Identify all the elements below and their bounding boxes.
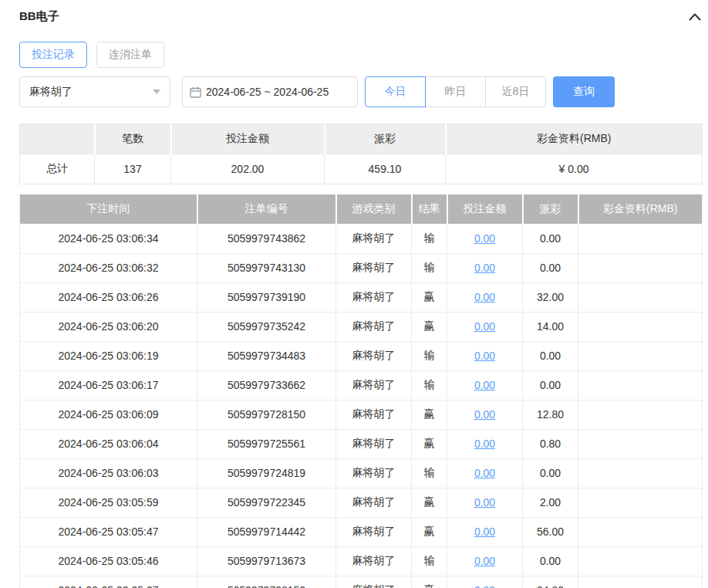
- payout-cell: 0.00: [523, 253, 578, 282]
- result-cell: 输: [412, 370, 447, 400]
- records-header-cell: 注单编号: [197, 194, 336, 224]
- bet-amount-link[interactable]: 0.00: [474, 496, 495, 509]
- last-8-days-button[interactable]: 近8日: [485, 76, 546, 107]
- bet-time-cell: 2024-06-25 03:05:47: [20, 517, 197, 546]
- game-select-value: 麻将胡了: [29, 85, 72, 99]
- game-type-cell: 麻将胡了: [336, 458, 412, 488]
- jackpot-cell: [578, 370, 703, 400]
- payout-cell: 0.80: [523, 429, 578, 458]
- jackpot-cell: [578, 341, 703, 370]
- jackpot-cell: [578, 576, 703, 588]
- bet-time-cell: 2024-06-25 03:05:46: [20, 546, 197, 576]
- bet-amount-link[interactable]: 0.00: [474, 350, 495, 362]
- bet-time-cell: 2024-06-25 03:06:19: [20, 341, 197, 370]
- bet-time-cell: 2024-06-25 03:06:34: [20, 224, 197, 253]
- game-type-cell: 麻将胡了: [336, 488, 412, 517]
- summary-payout: 459.10: [325, 154, 446, 184]
- result-cell: 赢: [412, 488, 447, 517]
- summary-header-cell: 投注金额: [171, 124, 325, 154]
- bet-amount-link[interactable]: 0.00: [474, 291, 495, 303]
- table-row: 2024-06-25 03:06:195059979734483麻将胡了输0.0…: [20, 341, 703, 370]
- bet-amount-cell: 0.00: [447, 312, 523, 341]
- payout-cell: 0.00: [523, 370, 578, 400]
- bet-amount-link[interactable]: 0.00: [474, 379, 495, 391]
- tab-bet-records[interactable]: 投注记录: [19, 42, 87, 68]
- game-type-cell: 麻将胡了: [336, 341, 412, 370]
- yesterday-button[interactable]: 昨日: [425, 76, 486, 107]
- bet-time-cell: 2024-06-25 03:06:03: [20, 458, 197, 488]
- bet-amount-link[interactable]: 0.00: [474, 262, 495, 274]
- jackpot-cell: [578, 400, 703, 429]
- result-cell: 赢: [412, 429, 447, 458]
- bet-time-cell: 2024-06-25 03:05:37: [20, 576, 197, 588]
- game-type-cell: 麻将胡了: [336, 400, 412, 429]
- summary-table: 笔数投注金额派彩彩金资料(RMB) 总计 137 202.00 459.10 ¥…: [19, 123, 703, 184]
- bet-amount-link[interactable]: 0.00: [474, 438, 495, 450]
- payout-cell: 0.00: [523, 458, 578, 488]
- records-body: 2024-06-25 03:06:345059979743862麻将胡了输0.0…: [20, 224, 703, 588]
- table-row: 2024-06-25 03:05:475059979714442麻将胡了赢0.0…: [20, 517, 703, 546]
- result-cell: 输: [412, 253, 447, 282]
- summary-jackpot: ¥ 0.00: [446, 154, 703, 184]
- game-type-cell: 麻将胡了: [336, 576, 412, 588]
- summary-total-row: 总计 137 202.00 459.10 ¥ 0.00: [20, 154, 703, 184]
- date-range-input[interactable]: 2024-06-25 ~ 2024-06-25: [182, 76, 358, 107]
- payout-cell: 34.80: [523, 576, 578, 588]
- game-type-cell: 麻将胡了: [336, 517, 412, 546]
- order-no-cell: 5059979743130: [197, 253, 336, 282]
- bet-amount-cell: 0.00: [447, 341, 523, 370]
- table-row: 2024-06-25 03:06:205059979735242麻将胡了赢0.0…: [20, 312, 703, 341]
- calendar-icon: [190, 86, 201, 98]
- records-header-cell: 彩金资料(RMB): [578, 194, 703, 224]
- jackpot-cell: [578, 224, 703, 253]
- collapse-toggle[interactable]: [687, 11, 703, 22]
- summary-header-cell: 笔数: [95, 124, 171, 154]
- today-button[interactable]: 今日: [365, 76, 426, 107]
- bet-amount-link[interactable]: 0.00: [474, 320, 495, 333]
- summary-count: 137: [95, 154, 171, 184]
- bet-amount-cell: 0.00: [447, 253, 523, 282]
- game-type-cell: 麻将胡了: [336, 370, 412, 400]
- jackpot-cell: [578, 282, 703, 312]
- table-row: 2024-06-25 03:06:045059979725561麻将胡了赢0.0…: [20, 429, 703, 458]
- game-type-cell: 麻将胡了: [336, 282, 412, 312]
- game-type-cell: 麻将胡了: [336, 253, 412, 282]
- game-type-cell: 麻将胡了: [336, 312, 412, 341]
- table-row: 2024-06-25 03:06:265059979739190麻将胡了赢0.0…: [20, 282, 703, 312]
- payout-cell: 0.00: [523, 224, 578, 253]
- summary-header-cell: [20, 124, 95, 154]
- jackpot-cell: [578, 429, 703, 458]
- bet-amount-link[interactable]: 0.00: [474, 525, 495, 538]
- search-button[interactable]: 查询: [553, 76, 615, 107]
- order-no-cell: 5059979734483: [197, 341, 336, 370]
- table-row: 2024-06-25 03:05:375059979708153麻将胡了赢0.0…: [20, 576, 703, 588]
- bet-amount-link[interactable]: 0.00: [474, 555, 495, 567]
- result-cell: 输: [412, 546, 447, 576]
- bet-amount-cell: 0.00: [447, 429, 523, 458]
- summary-bet-amount: 202.00: [171, 154, 325, 184]
- payout-cell: 32.00: [523, 282, 578, 312]
- table-row: 2024-06-25 03:06:325059979743130麻将胡了输0.0…: [20, 253, 703, 282]
- page-title: BB电子: [19, 9, 59, 24]
- bet-amount-link[interactable]: 0.00: [474, 467, 495, 479]
- order-no-cell: 5059979724819: [197, 458, 336, 488]
- records-table: 下注时间注单编号游戏类别结果投注金额派彩彩金资料(RMB) 2024-06-25…: [19, 194, 703, 588]
- order-no-cell: 5059979725561: [197, 429, 336, 458]
- result-cell: 赢: [412, 576, 447, 588]
- bet-amount-link[interactable]: 0.00: [474, 408, 495, 421]
- chevron-up-icon: [689, 12, 701, 23]
- game-select[interactable]: 麻将胡了: [19, 76, 170, 107]
- bet-amount-cell: 0.00: [447, 488, 523, 517]
- bet-amount-link[interactable]: 0.00: [474, 232, 495, 245]
- result-cell: 赢: [412, 400, 447, 429]
- bet-amount-cell: 0.00: [447, 370, 523, 400]
- bet-amount-link[interactable]: 0.00: [474, 584, 495, 588]
- tab-cancel-orders[interactable]: 连消注单: [96, 42, 164, 68]
- summary-header-row: 笔数投注金额派彩彩金资料(RMB): [20, 124, 703, 154]
- order-no-cell: 5059979743862: [197, 224, 336, 253]
- table-row: 2024-06-25 03:06:035059979724819麻将胡了输0.0…: [20, 458, 703, 488]
- result-cell: 赢: [412, 282, 447, 312]
- table-row: 2024-06-25 03:06:175059979733662麻将胡了输0.0…: [20, 370, 703, 400]
- quick-date-buttons: 今日昨日近8日: [365, 76, 546, 107]
- jackpot-cell: [578, 312, 703, 341]
